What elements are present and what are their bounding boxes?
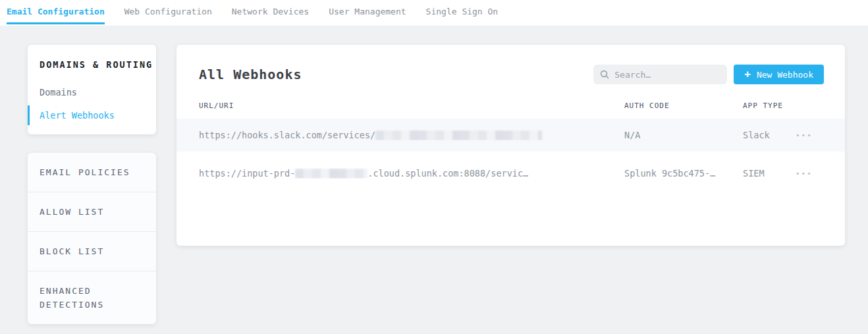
auth-code-cell: Splunk 9c5bc475-…: [624, 168, 743, 179]
tab-single-sign-on[interactable]: Single Sign On: [426, 1, 499, 24]
sidebar-item-allow-list[interactable]: ALLOW LIST: [28, 192, 156, 231]
domains-routing-card: DOMAINS & ROUTING Domains Alert Webhooks: [28, 45, 156, 134]
table-header-row: URL/URI AUTH CODE APP TYPE: [176, 101, 845, 119]
url-text: https://hooks.slack.com/services/: [199, 130, 375, 140]
search-icon: [600, 70, 609, 79]
sidebar-item-block-list[interactable]: BLOCK LIST: [28, 231, 156, 271]
search-input[interactable]: [614, 70, 720, 80]
top-nav: Email Configuration Web Configuration Ne…: [0, 0, 868, 26]
sidebar-item-email-policies[interactable]: EMAIL POLICIES: [28, 153, 156, 192]
table-row: https://hooks.slack.com/services/ N/A Sl…: [176, 119, 845, 152]
app-type-cell: SIEM: [743, 168, 796, 179]
page-title: All Webhooks: [199, 67, 302, 82]
column-header-auth-code: AUTH CODE: [624, 101, 743, 110]
tab-network-devices[interactable]: Network Devices: [232, 1, 309, 24]
new-webhook-button-label: New Webhook: [757, 70, 813, 80]
url-cell: https://hooks.slack.com/services/: [199, 130, 624, 140]
url-text-suffix: .cloud.splunk.com:8088/servic…: [367, 168, 528, 179]
table-row: https://input-prd-.cloud.splunk.com:8088…: [176, 157, 845, 190]
webhooks-panel: All Webhooks + New Webhook URL/URI AUTH …: [176, 45, 845, 246]
redacted-url-segment: [375, 130, 542, 140]
auth-code-cell: N/A: [624, 130, 743, 140]
domains-routing-title: DOMAINS & ROUTING: [28, 45, 156, 79]
sidebar-item-alert-webhooks[interactable]: Alert Webhooks: [28, 105, 156, 125]
url-text: https://input-prd-: [199, 168, 295, 179]
column-header-url: URL/URI: [199, 101, 624, 110]
sidebar-item-domains[interactable]: Domains: [28, 82, 156, 102]
column-header-app-type: APP TYPE: [743, 101, 796, 110]
webhooks-table: URL/URI AUTH CODE APP TYPE https://hooks…: [176, 101, 845, 190]
search-box: [593, 65, 727, 84]
redacted-url-segment: [295, 169, 367, 179]
url-cell: https://input-prd-.cloud.splunk.com:8088…: [199, 168, 624, 179]
panel-header: All Webhooks + New Webhook: [176, 45, 845, 84]
sidebar-item-enhanced-detections[interactable]: ENHANCED DETECTIONS: [28, 271, 156, 324]
row-actions-menu-icon[interactable]: •••: [796, 131, 813, 140]
sidebar-sections-card: EMAIL POLICIES ALLOW LIST BLOCK LIST ENH…: [28, 153, 156, 324]
tab-email-configuration[interactable]: Email Configuration: [7, 1, 105, 24]
page-content: DOMAINS & ROUTING Domains Alert Webhooks…: [0, 26, 868, 324]
tab-user-management[interactable]: User Management: [329, 1, 406, 24]
new-webhook-button[interactable]: + New Webhook: [734, 65, 824, 84]
sidebar: DOMAINS & ROUTING Domains Alert Webhooks…: [28, 45, 156, 324]
tab-web-configuration[interactable]: Web Configuration: [124, 1, 212, 24]
app-type-cell: Slack: [743, 130, 796, 140]
row-actions-menu-icon[interactable]: •••: [796, 169, 813, 178]
plus-icon: +: [744, 69, 751, 80]
